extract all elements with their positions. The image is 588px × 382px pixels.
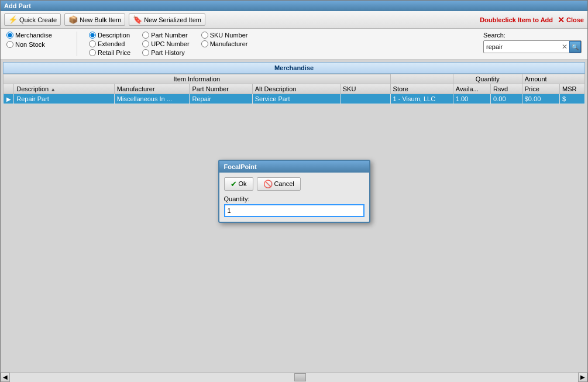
ok-label: Ok [239,180,247,187]
ok-check-icon: ✔ [231,180,237,188]
modal-cancel-button[interactable]: 🚫 Cancel [257,177,301,191]
modal-overlay: FocalPoint ✔ Ok 🚫 Cancel Quantity: [1,60,587,372]
modal-ok-button[interactable]: ✔ Ok [224,177,253,191]
modal-body: ✔ Ok 🚫 Cancel Quantity: [219,173,369,222]
modal-buttons: ✔ Ok 🚫 Cancel [224,177,365,191]
cancel-icon: 🚫 [263,180,273,188]
modal-title-bar: FocalPoint [219,161,369,173]
quantity-field-label: Quantity: [224,195,365,202]
content-area: Merchandise Item Information Quantity Am… [1,60,587,372]
quantity-input[interactable] [224,204,365,217]
app-window: Add Part ⚡ Quick Create 📦 New Bulk Item … [0,0,588,382]
cancel-label: Cancel [274,180,294,187]
focalpont-modal: FocalPoint ✔ Ok 🚫 Cancel Quantity: [218,160,370,223]
